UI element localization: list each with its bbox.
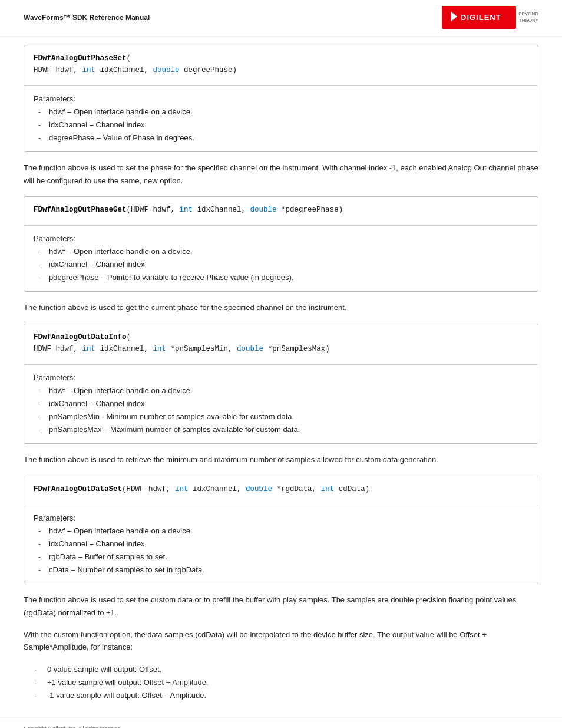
kw-double-1: double: [153, 66, 180, 74]
param-item: -hdwf – Open interface handle on a devic…: [38, 525, 528, 538]
param-item: -rgbData – Buffer of samples to set.: [38, 551, 528, 564]
logo: DIGILENT BEYONDTHEORY: [442, 6, 538, 29]
bullet-list: - 0 value sample will output: Offset. - …: [34, 663, 538, 702]
data-set-block: FDwfAnalogOutDataSet(HDWF hdwf, int idxC…: [24, 476, 538, 584]
page-header: WaveForms™ SDK Reference Manual DIGILENT…: [0, 0, 562, 34]
phase-get-description: The function above is used to get the cu…: [24, 301, 538, 314]
kw-double-3: double: [237, 345, 263, 353]
fn-data-set-name: FDwfAnalogOutDataSet: [34, 485, 122, 493]
param-item: -idxChannel – Channel index.: [38, 258, 528, 271]
params-title-1: Parameters:: [34, 94, 528, 103]
param-item: -pnSamplesMin - Minimum number of sample…: [38, 410, 528, 423]
fn-data-info-name: FDwfAnalogOutDataInfo: [34, 333, 127, 341]
fn-phase-set-name: FDwfAnalogOutPhaseSet: [34, 54, 127, 62]
logo-tagline: BEYONDTHEORY: [518, 11, 538, 24]
footer-copyright: Copyright Digilent, Inc. All rights rese…: [24, 725, 243, 728]
bullet-item: - -1 value sample will output: Offset – …: [34, 689, 538, 702]
fn-phase-get-name: FDwfAnalogOutPhaseGet: [34, 206, 127, 214]
param-item: -pnSamplesMax – Maximum number of sample…: [38, 423, 528, 436]
bullet-item: - 0 value sample will output: Offset.: [34, 663, 538, 676]
param-item: -cData – Number of samples to set in rgb…: [38, 564, 528, 577]
param-item: -hdwf – Open interface handle on a devic…: [38, 106, 528, 118]
params-title-3: Parameters:: [34, 373, 528, 382]
data-info-block: FDwfAnalogOutDataInfo( HDWF hdwf, int id…: [24, 324, 538, 444]
kw-double-2: double: [250, 206, 277, 214]
phase-get-block: FDwfAnalogOutPhaseGet(HDWF hdwf, int idx…: [24, 196, 538, 292]
main-content: FDwfAnalogOutPhaseSet( HDWF hdwf, int id…: [0, 34, 562, 720]
kw-int-5: int: [175, 485, 189, 493]
kw-int-2: int: [180, 206, 193, 214]
phase-set-block: FDwfAnalogOutPhaseSet( HDWF hdwf, int id…: [24, 45, 538, 152]
param-item: -degreePhase – Value of Phase in degrees…: [38, 131, 528, 144]
param-item: -pdegreePhase – Pointer to variable to r…: [38, 271, 528, 284]
page-footer: Copyright Digilent, Inc. All rights rese…: [0, 720, 562, 728]
phase-set-description: The function above is used to set the ph…: [24, 162, 538, 187]
params-title-2: Parameters:: [34, 234, 528, 243]
logo-text: DIGILENT: [442, 6, 516, 29]
param-item: -idxChannel – Channel index.: [38, 538, 528, 551]
data-set-description-2: With the custom function option, the dat…: [24, 628, 538, 654]
kw-int-3: int: [82, 345, 96, 353]
kw-int-4: int: [153, 345, 167, 353]
params-title-4: Parameters:: [34, 513, 528, 522]
kw-double-4: double: [246, 485, 272, 493]
data-info-description: The function above is used to retrieve t…: [24, 453, 538, 466]
param-item: -hdwf – Open interface handle on a devic…: [38, 245, 528, 258]
svg-text:DIGILENT: DIGILENT: [461, 13, 501, 22]
param-item: -hdwf – Open interface handle on a devic…: [38, 384, 528, 397]
param-item: -idxChannel – Channel index.: [38, 397, 528, 410]
data-set-description-1: The function above is used to set the cu…: [24, 594, 538, 619]
bullet-item: - +1 value sample will output: Offset + …: [34, 676, 538, 689]
kw-int-1: int: [82, 66, 96, 74]
param-item: -idxChannel – Channel index.: [38, 118, 528, 131]
document-title: WaveForms™ SDK Reference Manual: [24, 14, 150, 22]
kw-int-6: int: [321, 485, 335, 493]
